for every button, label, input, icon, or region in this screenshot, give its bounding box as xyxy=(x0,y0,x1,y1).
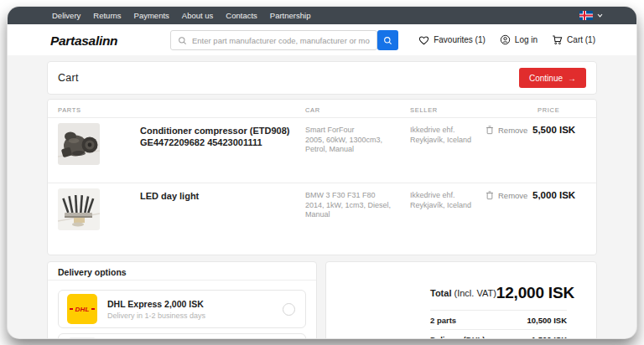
car-specs: 2005, 60kW, 1300cm3, Petrol, Manual xyxy=(305,136,399,155)
dhl-logo-line xyxy=(70,308,73,310)
favourites-label: Favourites (1) xyxy=(434,35,486,44)
heart-icon xyxy=(418,35,429,45)
top-nav-bar: Delivery Returns Payments About us Conta… xyxy=(8,7,636,24)
part-title[interactable]: Conditioner compressor (ETD908) xyxy=(140,126,289,136)
seller-name: Ikkedrive ehf. xyxy=(410,126,487,136)
dhl-logo-line xyxy=(91,308,95,310)
car-model: Smart ForFour xyxy=(305,126,399,136)
summary-label: 2 parts xyxy=(430,316,456,325)
trash-icon xyxy=(486,190,494,200)
total-label-strong: Total xyxy=(430,288,451,298)
nav-item-delivery[interactable]: Delivery xyxy=(52,11,80,20)
summary-value: 10,500 ISK xyxy=(527,316,567,325)
column-header-parts: PARTS xyxy=(58,106,81,114)
iceland-flag-icon xyxy=(579,11,593,20)
delivery-option-dhl[interactable]: DHL DHL 1,500 ISK xyxy=(58,333,306,338)
total-value: 12,000 ISK xyxy=(496,284,574,302)
cart-label: Cart (1) xyxy=(567,35,595,44)
nav-item-contacts[interactable]: Contacts xyxy=(226,11,257,20)
cart-icon xyxy=(552,34,563,45)
remove-label: Remove xyxy=(498,191,527,200)
login-label: Log in xyxy=(515,35,538,44)
part-image-led-light[interactable] xyxy=(58,188,100,230)
user-icon xyxy=(500,34,511,45)
nav-item-payments[interactable]: Payments xyxy=(134,11,169,20)
dhl-logo-text: DHL xyxy=(75,306,89,313)
top-nav: Delivery Returns Payments About us Conta… xyxy=(52,11,310,20)
remove-item-button[interactable]: Remove xyxy=(486,190,527,200)
column-header-car: CAR xyxy=(305,106,320,114)
summary-row-delivery: Delivery (DHL) 1,500 ISK xyxy=(430,329,567,338)
page-title: Cart xyxy=(58,72,79,84)
continue-button[interactable]: Continue → xyxy=(519,68,586,88)
search-button[interactable] xyxy=(377,30,398,50)
table-row: LED day light BMW 3 F30 F31 F80 2014, 1k… xyxy=(48,183,596,255)
column-header-seller: SELLER xyxy=(410,106,438,114)
part-image-compressor[interactable] xyxy=(58,123,100,165)
search-icon xyxy=(178,36,187,45)
part-title[interactable]: LED day light xyxy=(140,191,199,201)
nav-item-partnership[interactable]: Partnership xyxy=(270,11,311,20)
delivery-options-title: Delivery options xyxy=(48,262,316,281)
language-switcher[interactable] xyxy=(579,11,603,20)
seller-info: Ikkedrive ehf. Reykjavík, Iceland xyxy=(410,126,487,145)
login-link[interactable]: Log in xyxy=(500,34,538,45)
part-number: GE4472209682 45423001111 xyxy=(140,137,262,147)
cart-header-card: Cart Continue → xyxy=(47,61,597,95)
car-specs: 2014, 1kW, 1cm3, Diesel, Manual xyxy=(305,201,399,220)
delivery-option-description: Delivery in 1-2 business days xyxy=(107,312,205,320)
nav-item-returns[interactable]: Returns xyxy=(93,11,121,20)
seller-name: Ikkedrive ehf. xyxy=(410,191,487,201)
search-field-wrap xyxy=(170,30,377,50)
seller-location: Reykjavík, Iceland xyxy=(410,136,487,146)
nav-item-about-us[interactable]: About us xyxy=(182,11,214,20)
item-price: 5,000 ISK xyxy=(532,190,575,200)
favourites-link[interactable]: Favourites (1) xyxy=(418,35,486,45)
site-logo[interactable]: Partasalinn xyxy=(50,33,117,49)
item-price: 5,500 ISK xyxy=(532,125,575,135)
continue-label: Continue xyxy=(529,74,563,83)
delivery-options-card: Delivery options DHL DHL Express 2,000 I… xyxy=(47,261,317,338)
column-header-price: PRICE xyxy=(538,106,559,114)
total-label: Total (Incl. VAT) xyxy=(430,288,496,298)
search-button-icon xyxy=(383,36,392,45)
dhl-express-logo-icon: DHL xyxy=(67,294,97,324)
summary-label: Delivery (DHL) xyxy=(430,335,485,338)
search-input[interactable] xyxy=(192,36,370,45)
arrow-right-icon: → xyxy=(568,74,576,83)
car-info: BMW 3 F30 F31 F80 2014, 1kW, 1cm3, Diese… xyxy=(305,191,399,220)
header-actions: Favourites (1) Log in Cart (1) xyxy=(418,24,595,55)
car-model: BMW 3 F30 F31 F80 xyxy=(305,191,399,201)
summary-value: 1,500 ISK xyxy=(532,335,567,338)
cart-link[interactable]: Cart (1) xyxy=(552,34,595,45)
cart-items-card: PARTS CAR SELLER PRICE xyxy=(47,99,597,255)
order-summary-card: Total (Incl. VAT) 12,000 ISK 2 parts 10,… xyxy=(325,261,597,338)
browser-window: Delivery Returns Payments About us Conta… xyxy=(8,7,636,338)
delivery-option-texts: DHL Express 2,000 ISK Delivery in 1-2 bu… xyxy=(107,299,205,320)
search-bar xyxy=(170,30,398,50)
table-header-row: PARTS CAR SELLER PRICE xyxy=(48,100,596,118)
site-header: Partasalinn Favourites xyxy=(8,24,636,55)
delivery-radio-unselected[interactable] xyxy=(283,303,295,316)
seller-location: Reykjavík, Iceland xyxy=(410,201,487,211)
dhl-logo-icon: DHL xyxy=(67,337,97,338)
total-row: Total (Incl. VAT) 12,000 ISK xyxy=(430,284,567,310)
remove-label: Remove xyxy=(498,126,527,135)
remove-item-button[interactable]: Remove xyxy=(486,125,527,135)
trash-icon xyxy=(486,125,494,135)
table-row: Conditioner compressor (ETD908) GE447220… xyxy=(48,118,596,183)
delivery-option-name: DHL Express 2,000 ISK xyxy=(107,299,205,309)
seller-info: Ikkedrive ehf. Reykjavík, Iceland xyxy=(410,191,487,210)
car-info: Smart ForFour 2005, 60kW, 1300cm3, Petro… xyxy=(305,126,399,155)
chevron-down-icon xyxy=(597,13,603,18)
summary-row-parts: 2 parts 10,500 ISK xyxy=(430,310,567,329)
total-label-note: (Incl. VAT) xyxy=(454,288,496,298)
delivery-option-dhl-express[interactable]: DHL DHL Express 2,000 ISK Delivery in 1-… xyxy=(58,290,306,328)
